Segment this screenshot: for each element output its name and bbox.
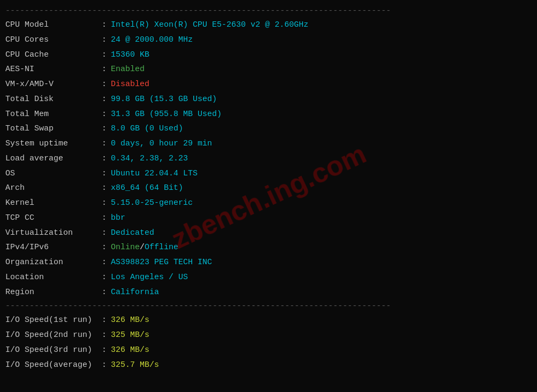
row-colon: :	[102, 151, 107, 166]
terminal: ----------------------------------------…	[0, 0, 537, 376]
row-label: Region	[5, 285, 102, 300]
row-value: bbr	[111, 211, 125, 226]
table-row: Region: California	[5, 285, 532, 300]
io-label: I/O Speed(1st run)	[5, 313, 102, 328]
row-label: Total Mem	[5, 107, 102, 122]
row-value: 0 days, 0 hour 29 min	[111, 136, 212, 151]
row-value: California	[111, 285, 159, 300]
table-row: System uptime: 0 days, 0 hour 29 min	[5, 136, 532, 151]
mid-divider: ----------------------------------------…	[5, 302, 532, 311]
row-value: Intel(R) Xeon(R) CPU E5-2630 v2 @ 2.60GH…	[111, 18, 308, 33]
row-label: Kernel	[5, 196, 102, 211]
row-label: CPU Cores	[5, 33, 102, 48]
row-value: 0.34, 2.38, 2.23	[111, 151, 188, 166]
row-label: CPU Model	[5, 18, 102, 33]
row-colon: :	[102, 62, 107, 77]
row-colon: :	[102, 270, 107, 285]
io-row: I/O Speed(2nd run): 325 MB/s	[5, 328, 532, 343]
top-divider: ----------------------------------------…	[5, 6, 532, 16]
row-colon: :	[102, 92, 107, 107]
row-label: Location	[5, 270, 102, 285]
table-row: Arch: x86_64 (64 Bit)	[5, 181, 532, 196]
row-colon: :	[102, 166, 107, 181]
row-value: Ubuntu 22.04.4 LTS	[111, 166, 198, 181]
row-colon: :	[102, 121, 107, 136]
row-colon: :	[102, 240, 107, 255]
row-value: AS398823 PEG TECH INC	[111, 255, 212, 270]
row-label: System uptime	[5, 136, 102, 151]
row-value: 24 @ 2000.000 MHz	[111, 33, 193, 48]
io-colon: :	[102, 328, 107, 343]
row-value-part: Offline	[145, 240, 178, 255]
table-row: IPv4/IPv6: Online / Offline	[5, 240, 532, 255]
row-label: Total Swap	[5, 121, 102, 136]
row-value: Dedicated	[111, 226, 154, 241]
table-row: VM-x/AMD-V: Disabled	[5, 77, 532, 92]
row-value: 8.0 GB (0 Used)	[111, 121, 183, 136]
row-value-part: Online	[111, 240, 140, 255]
row-colon: :	[102, 48, 107, 63]
table-row: AES-NI: Enabled	[5, 62, 532, 77]
row-colon: :	[102, 226, 107, 241]
table-row: Total Disk: 99.8 GB (15.3 GB Used)	[5, 92, 532, 107]
row-colon: :	[102, 285, 107, 300]
table-row: OS: Ubuntu 22.04.4 LTS	[5, 166, 532, 181]
io-label: I/O Speed(2nd run)	[5, 328, 102, 343]
row-label: Virtualization	[5, 226, 102, 241]
table-row: Organization: AS398823 PEG TECH INC	[5, 255, 532, 270]
table-row: Load average: 0.34, 2.38, 2.23	[5, 151, 532, 166]
row-label: Load average	[5, 151, 102, 166]
row-value: Disabled	[111, 77, 149, 92]
io-colon: :	[102, 358, 107, 373]
io-colon: :	[102, 313, 107, 328]
io-value: 326 MB/s	[111, 343, 149, 358]
row-label: IPv4/IPv6	[5, 240, 102, 255]
row-label: VM-x/AMD-V	[5, 77, 102, 92]
row-colon: :	[102, 196, 107, 211]
row-label: Total Disk	[5, 92, 102, 107]
io-row: I/O Speed(1st run): 326 MB/s	[5, 313, 532, 328]
io-value: 325.7 MB/s	[111, 358, 159, 373]
row-label: Arch	[5, 181, 102, 196]
row-value: 15360 KB	[111, 48, 149, 63]
table-row: Virtualization: Dedicated	[5, 226, 532, 241]
row-colon: :	[102, 181, 107, 196]
row-colon: :	[102, 211, 107, 226]
row-colon: :	[102, 107, 107, 122]
table-row: CPU Cache: 15360 KB	[5, 48, 532, 63]
io-row: I/O Speed(average): 325.7 MB/s	[5, 358, 532, 373]
row-label: TCP CC	[5, 211, 102, 226]
table-row: Total Mem: 31.3 GB (955.8 MB Used)	[5, 107, 532, 122]
row-colon: :	[102, 77, 107, 92]
row-value: x86_64 (64 Bit)	[111, 181, 183, 196]
io-row: I/O Speed(3rd run): 326 MB/s	[5, 343, 532, 358]
row-value: Los Angeles / US	[111, 270, 188, 285]
io-label: I/O Speed(3rd run)	[5, 343, 102, 358]
row-colon: :	[102, 18, 107, 33]
row-value: Enabled	[111, 62, 145, 77]
table-row: TCP CC: bbr	[5, 211, 532, 226]
table-row: Kernel: 5.15.0-25-generic	[5, 196, 532, 211]
row-value: 31.3 GB (955.8 MB Used)	[111, 107, 222, 122]
io-label: I/O Speed(average)	[5, 358, 102, 373]
row-label: AES-NI	[5, 62, 102, 77]
row-colon: :	[102, 33, 107, 48]
row-label: OS	[5, 166, 102, 181]
row-colon: :	[102, 255, 107, 270]
io-colon: :	[102, 343, 107, 358]
row-label: Organization	[5, 255, 102, 270]
table-row: CPU Cores: 24 @ 2000.000 MHz	[5, 33, 532, 48]
io-info: I/O Speed(1st run): 326 MB/sI/O Speed(2n…	[5, 313, 532, 372]
row-colon: :	[102, 136, 107, 151]
table-row: CPU Model: Intel(R) Xeon(R) CPU E5-2630 …	[5, 18, 532, 33]
io-value: 325 MB/s	[111, 328, 149, 343]
row-value: 5.15.0-25-generic	[111, 196, 193, 211]
row-value-part: /	[140, 240, 145, 255]
system-info: CPU Model: Intel(R) Xeon(R) CPU E5-2630 …	[5, 18, 532, 299]
row-label: CPU Cache	[5, 48, 102, 63]
table-row: Total Swap: 8.0 GB (0 Used)	[5, 121, 532, 136]
row-value: 99.8 GB (15.3 GB Used)	[111, 92, 217, 107]
table-row: Location: Los Angeles / US	[5, 270, 532, 285]
io-value: 326 MB/s	[111, 313, 149, 328]
